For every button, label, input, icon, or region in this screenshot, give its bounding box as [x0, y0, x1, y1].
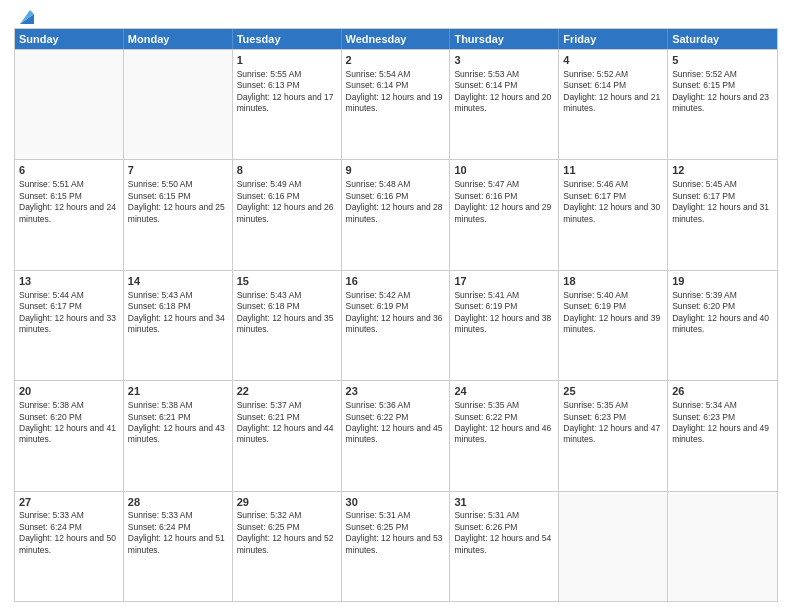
- day-number: 27: [19, 495, 119, 510]
- day-header-friday: Friday: [559, 29, 668, 49]
- day-cell-14: 14Sunrise: 5:43 AMSunset: 6:18 PMDayligh…: [124, 271, 233, 380]
- cell-info: Sunrise: 5:51 AMSunset: 6:15 PMDaylight:…: [19, 179, 119, 225]
- day-number: 6: [19, 163, 119, 178]
- day-number: 23: [346, 384, 446, 399]
- cell-info: Sunrise: 5:37 AMSunset: 6:21 PMDaylight:…: [237, 400, 337, 446]
- week-row-1: 1Sunrise: 5:55 AMSunset: 6:13 PMDaylight…: [15, 49, 777, 159]
- day-number: 13: [19, 274, 119, 289]
- week-row-2: 6Sunrise: 5:51 AMSunset: 6:15 PMDaylight…: [15, 159, 777, 269]
- day-cell-18: 18Sunrise: 5:40 AMSunset: 6:19 PMDayligh…: [559, 271, 668, 380]
- cell-info: Sunrise: 5:38 AMSunset: 6:20 PMDaylight:…: [19, 400, 119, 446]
- day-cell-4: 4Sunrise: 5:52 AMSunset: 6:14 PMDaylight…: [559, 50, 668, 159]
- day-number: 17: [454, 274, 554, 289]
- day-number: 20: [19, 384, 119, 399]
- day-number: 26: [672, 384, 773, 399]
- day-cell-26: 26Sunrise: 5:34 AMSunset: 6:23 PMDayligh…: [668, 381, 777, 490]
- week-row-4: 20Sunrise: 5:38 AMSunset: 6:20 PMDayligh…: [15, 380, 777, 490]
- day-cell-25: 25Sunrise: 5:35 AMSunset: 6:23 PMDayligh…: [559, 381, 668, 490]
- empty-cell: [559, 492, 668, 601]
- cell-info: Sunrise: 5:43 AMSunset: 6:18 PMDaylight:…: [237, 290, 337, 336]
- cell-info: Sunrise: 5:33 AMSunset: 6:24 PMDaylight:…: [19, 510, 119, 556]
- day-cell-16: 16Sunrise: 5:42 AMSunset: 6:19 PMDayligh…: [342, 271, 451, 380]
- day-number: 21: [128, 384, 228, 399]
- day-number: 2: [346, 53, 446, 68]
- cell-info: Sunrise: 5:47 AMSunset: 6:16 PMDaylight:…: [454, 179, 554, 225]
- day-header-sunday: Sunday: [15, 29, 124, 49]
- day-number: 12: [672, 163, 773, 178]
- day-header-monday: Monday: [124, 29, 233, 49]
- day-number: 1: [237, 53, 337, 68]
- day-cell-31: 31Sunrise: 5:31 AMSunset: 6:26 PMDayligh…: [450, 492, 559, 601]
- empty-cell: [124, 50, 233, 159]
- day-cell-11: 11Sunrise: 5:46 AMSunset: 6:17 PMDayligh…: [559, 160, 668, 269]
- cell-info: Sunrise: 5:55 AMSunset: 6:13 PMDaylight:…: [237, 69, 337, 115]
- logo-icon: [16, 6, 38, 28]
- day-number: 19: [672, 274, 773, 289]
- day-number: 8: [237, 163, 337, 178]
- day-header-wednesday: Wednesday: [342, 29, 451, 49]
- cell-info: Sunrise: 5:31 AMSunset: 6:25 PMDaylight:…: [346, 510, 446, 556]
- day-cell-29: 29Sunrise: 5:32 AMSunset: 6:25 PMDayligh…: [233, 492, 342, 601]
- cell-info: Sunrise: 5:35 AMSunset: 6:22 PMDaylight:…: [454, 400, 554, 446]
- day-header-saturday: Saturday: [668, 29, 777, 49]
- day-cell-24: 24Sunrise: 5:35 AMSunset: 6:22 PMDayligh…: [450, 381, 559, 490]
- cell-info: Sunrise: 5:52 AMSunset: 6:15 PMDaylight:…: [672, 69, 773, 115]
- day-number: 24: [454, 384, 554, 399]
- day-number: 31: [454, 495, 554, 510]
- day-number: 29: [237, 495, 337, 510]
- day-number: 22: [237, 384, 337, 399]
- cell-info: Sunrise: 5:50 AMSunset: 6:15 PMDaylight:…: [128, 179, 228, 225]
- day-cell-2: 2Sunrise: 5:54 AMSunset: 6:14 PMDaylight…: [342, 50, 451, 159]
- day-cell-12: 12Sunrise: 5:45 AMSunset: 6:17 PMDayligh…: [668, 160, 777, 269]
- header: [14, 10, 778, 22]
- day-number: 30: [346, 495, 446, 510]
- cell-info: Sunrise: 5:32 AMSunset: 6:25 PMDaylight:…: [237, 510, 337, 556]
- day-cell-22: 22Sunrise: 5:37 AMSunset: 6:21 PMDayligh…: [233, 381, 342, 490]
- day-header-thursday: Thursday: [450, 29, 559, 49]
- day-cell-9: 9Sunrise: 5:48 AMSunset: 6:16 PMDaylight…: [342, 160, 451, 269]
- cell-info: Sunrise: 5:46 AMSunset: 6:17 PMDaylight:…: [563, 179, 663, 225]
- week-row-5: 27Sunrise: 5:33 AMSunset: 6:24 PMDayligh…: [15, 491, 777, 601]
- cell-info: Sunrise: 5:36 AMSunset: 6:22 PMDaylight:…: [346, 400, 446, 446]
- empty-cell: [668, 492, 777, 601]
- cell-info: Sunrise: 5:41 AMSunset: 6:19 PMDaylight:…: [454, 290, 554, 336]
- day-cell-5: 5Sunrise: 5:52 AMSunset: 6:15 PMDaylight…: [668, 50, 777, 159]
- cell-info: Sunrise: 5:34 AMSunset: 6:23 PMDaylight:…: [672, 400, 773, 446]
- day-cell-23: 23Sunrise: 5:36 AMSunset: 6:22 PMDayligh…: [342, 381, 451, 490]
- cell-info: Sunrise: 5:44 AMSunset: 6:17 PMDaylight:…: [19, 290, 119, 336]
- cell-info: Sunrise: 5:49 AMSunset: 6:16 PMDaylight:…: [237, 179, 337, 225]
- day-number: 14: [128, 274, 228, 289]
- day-cell-1: 1Sunrise: 5:55 AMSunset: 6:13 PMDaylight…: [233, 50, 342, 159]
- day-cell-6: 6Sunrise: 5:51 AMSunset: 6:15 PMDaylight…: [15, 160, 124, 269]
- cell-info: Sunrise: 5:43 AMSunset: 6:18 PMDaylight:…: [128, 290, 228, 336]
- cell-info: Sunrise: 5:42 AMSunset: 6:19 PMDaylight:…: [346, 290, 446, 336]
- calendar-header: SundayMondayTuesdayWednesdayThursdayFrid…: [15, 29, 777, 49]
- day-header-tuesday: Tuesday: [233, 29, 342, 49]
- logo: [14, 10, 38, 22]
- cell-info: Sunrise: 5:48 AMSunset: 6:16 PMDaylight:…: [346, 179, 446, 225]
- day-number: 11: [563, 163, 663, 178]
- day-cell-15: 15Sunrise: 5:43 AMSunset: 6:18 PMDayligh…: [233, 271, 342, 380]
- day-number: 28: [128, 495, 228, 510]
- page: SundayMondayTuesdayWednesdayThursdayFrid…: [0, 0, 792, 612]
- day-number: 3: [454, 53, 554, 68]
- day-cell-13: 13Sunrise: 5:44 AMSunset: 6:17 PMDayligh…: [15, 271, 124, 380]
- day-number: 18: [563, 274, 663, 289]
- day-number: 16: [346, 274, 446, 289]
- cell-info: Sunrise: 5:52 AMSunset: 6:14 PMDaylight:…: [563, 69, 663, 115]
- day-cell-10: 10Sunrise: 5:47 AMSunset: 6:16 PMDayligh…: [450, 160, 559, 269]
- cell-info: Sunrise: 5:53 AMSunset: 6:14 PMDaylight:…: [454, 69, 554, 115]
- day-number: 7: [128, 163, 228, 178]
- day-cell-21: 21Sunrise: 5:38 AMSunset: 6:21 PMDayligh…: [124, 381, 233, 490]
- week-row-3: 13Sunrise: 5:44 AMSunset: 6:17 PMDayligh…: [15, 270, 777, 380]
- cell-info: Sunrise: 5:39 AMSunset: 6:20 PMDaylight:…: [672, 290, 773, 336]
- day-number: 5: [672, 53, 773, 68]
- day-cell-27: 27Sunrise: 5:33 AMSunset: 6:24 PMDayligh…: [15, 492, 124, 601]
- day-number: 9: [346, 163, 446, 178]
- day-cell-30: 30Sunrise: 5:31 AMSunset: 6:25 PMDayligh…: [342, 492, 451, 601]
- calendar-body: 1Sunrise: 5:55 AMSunset: 6:13 PMDaylight…: [15, 49, 777, 601]
- day-number: 25: [563, 384, 663, 399]
- day-cell-19: 19Sunrise: 5:39 AMSunset: 6:20 PMDayligh…: [668, 271, 777, 380]
- day-cell-28: 28Sunrise: 5:33 AMSunset: 6:24 PMDayligh…: [124, 492, 233, 601]
- cell-info: Sunrise: 5:45 AMSunset: 6:17 PMDaylight:…: [672, 179, 773, 225]
